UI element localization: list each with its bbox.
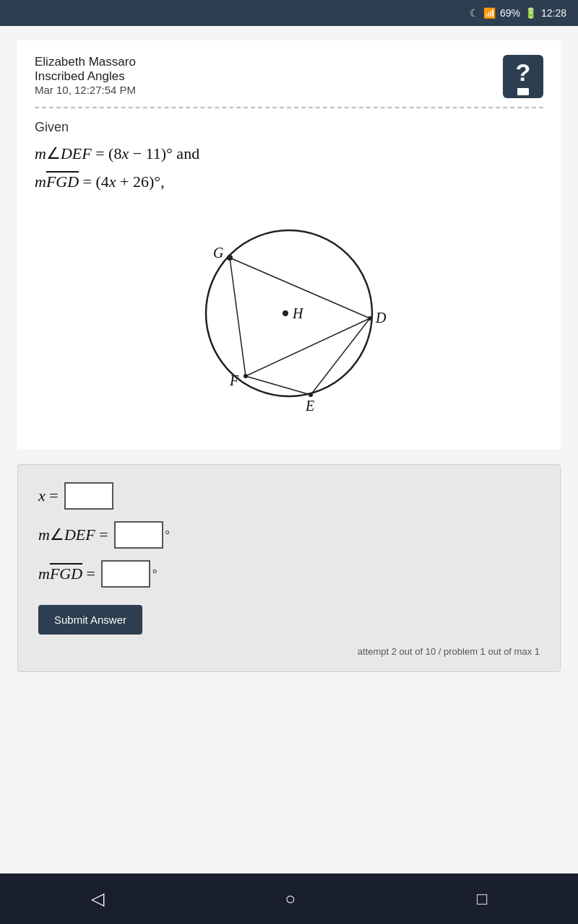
def-label: m∠DEF = [38,526,108,544]
problem-card: Elizabeth Massaro Inscribed Angles Mar 1… [17,40,561,450]
fgd-row: mFGD = ° [38,560,540,588]
header-section: Elizabeth Massaro Inscribed Angles Mar 1… [35,55,543,98]
time-display: 12:28 [541,7,566,19]
x-row: x = [38,482,540,510]
circle-diagram: H G D F E [173,209,405,425]
moon-icon: ☾ [470,7,479,19]
status-bar: ☾ 📶 69% 🔋 12:28 [0,0,578,26]
battery-icon: 🔋 [525,7,537,19]
main-content: Elizabeth Massaro Inscribed Angles Mar 1… [0,26,578,873]
header-text: Elizabeth Massaro Inscribed Angles Mar 1… [35,55,136,96]
help-icon[interactable]: ? [503,55,543,98]
attempt-text: attempt 2 out of 10 / problem 1 out of m… [38,646,540,657]
answer-box: x = m∠DEF = ° mFGD = ° Submit Answer att… [17,464,561,672]
equation-line2: mFGD = (4x + 26)°, [35,169,543,194]
label-G: G [213,245,224,261]
home-button[interactable]: ○ [264,881,318,916]
bottom-nav: ◁ ○ □ [0,873,578,924]
x-label: x = [38,487,59,505]
svg-line-7 [230,258,246,376]
diagram-container: H G D F E [35,209,543,425]
x-input[interactable] [64,482,113,510]
topic-name: Inscribed Angles [35,69,136,84]
label-F: F [229,372,239,388]
fgd-input[interactable] [101,560,150,588]
label-E: E [305,398,314,414]
help-square [517,88,529,95]
svg-line-9 [311,318,370,395]
label-D: D [375,310,387,326]
student-name: Elizabeth Massaro [35,55,136,69]
given-label: Given [35,120,543,135]
recents-button[interactable]: □ [455,881,509,916]
fgd-label: mFGD = [38,565,95,583]
submit-button[interactable]: Submit Answer [38,605,142,635]
def-row: m∠DEF = ° [38,521,540,549]
equation-line1: m∠DEF = (8x − 11)° and [35,141,543,166]
def-input[interactable] [114,521,163,549]
status-icons: ☾ 📶 69% 🔋 12:28 [470,7,566,19]
fgd-degree: ° [152,567,157,580]
divider [35,107,543,108]
battery-level: 69% [500,7,520,19]
label-H: H [292,305,304,321]
def-degree: ° [165,528,170,541]
date-time: Mar 10, 12:27:54 PM [35,84,136,96]
signal-icon: 📶 [483,7,496,19]
svg-point-1 [282,310,288,316]
back-button[interactable]: ◁ [69,881,126,916]
svg-line-8 [246,376,311,395]
question-mark: ? [516,58,531,87]
